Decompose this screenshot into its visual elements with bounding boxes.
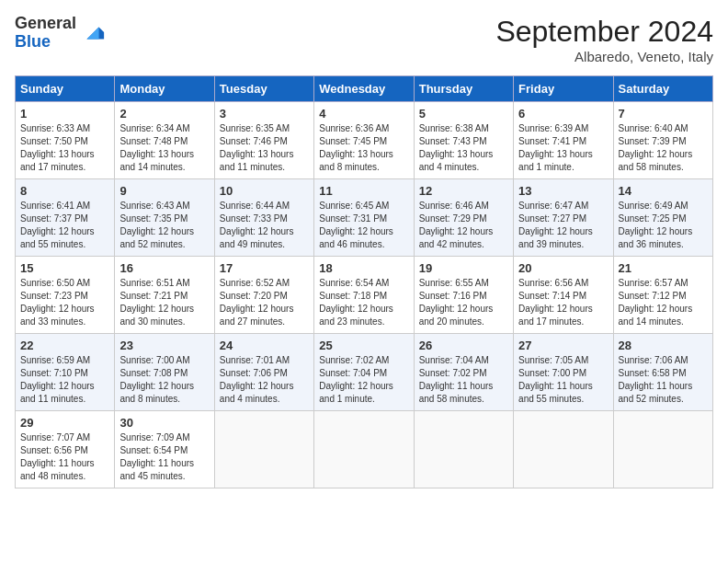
weekday-header-saturday: Saturday <box>613 76 712 102</box>
day-number: 1 <box>20 107 109 121</box>
weekday-header-tuesday: Tuesday <box>214 76 313 102</box>
cell-content: Sunrise: 6:35 AMSunset: 7:46 PMDaylight:… <box>220 122 309 174</box>
calendar-cell: 18Sunrise: 6:54 AMSunset: 7:18 PMDayligh… <box>314 257 414 334</box>
cell-content: Sunrise: 6:51 AMSunset: 7:21 PMDaylight:… <box>119 277 209 328</box>
calendar-cell <box>414 411 513 488</box>
cell-content: Sunrise: 6:56 AMSunset: 7:14 PMDaylight:… <box>518 277 608 328</box>
day-number: 23 <box>119 339 209 352</box>
calendar-cell: 6Sunrise: 6:39 AMSunset: 7:41 PMDaylight… <box>514 102 613 179</box>
cell-content: Sunrise: 7:00 AMSunset: 7:08 PMDaylight:… <box>119 354 209 406</box>
cell-content: Sunrise: 6:59 AMSunset: 7:10 PMDaylight:… <box>20 354 109 406</box>
calendar-cell: 29Sunrise: 7:07 AMSunset: 6:56 PMDayligh… <box>16 411 115 488</box>
day-number: 11 <box>319 184 408 198</box>
calendar-cell: 12Sunrise: 6:46 AMSunset: 7:29 PMDayligh… <box>414 179 513 257</box>
cell-content: Sunrise: 6:54 AMSunset: 7:18 PMDaylight:… <box>319 277 408 328</box>
day-number: 22 <box>20 339 109 352</box>
calendar-cell: 21Sunrise: 6:57 AMSunset: 7:12 PMDayligh… <box>613 257 712 334</box>
day-number: 6 <box>518 107 608 121</box>
logo-general-text: General <box>15 15 76 33</box>
day-number: 9 <box>119 184 209 198</box>
calendar-cell: 28Sunrise: 7:06 AMSunset: 6:58 PMDayligh… <box>613 334 712 411</box>
calendar-cell <box>514 411 613 488</box>
cell-content: Sunrise: 7:06 AMSunset: 6:58 PMDaylight:… <box>619 354 708 406</box>
cell-content: Sunrise: 6:50 AMSunset: 7:23 PMDaylight:… <box>20 277 109 328</box>
logo-blue-text: Blue <box>15 33 76 52</box>
cell-content: Sunrise: 6:46 AMSunset: 7:29 PMDaylight:… <box>419 200 508 251</box>
weekday-header-friday: Friday <box>514 76 613 102</box>
cell-content: Sunrise: 6:49 AMSunset: 7:25 PMDaylight:… <box>619 200 708 251</box>
page-header: General Blue September 2024 Albaredo, Ve… <box>15 15 713 64</box>
day-number: 24 <box>220 339 309 352</box>
day-number: 30 <box>119 416 209 430</box>
calendar-cell: 9Sunrise: 6:43 AMSunset: 7:35 PMDaylight… <box>115 179 214 257</box>
day-number: 20 <box>518 261 608 275</box>
weekday-header-thursday: Thursday <box>414 76 513 102</box>
calendar-cell: 15Sunrise: 6:50 AMSunset: 7:23 PMDayligh… <box>16 257 115 334</box>
calendar-table: SundayMondayTuesdayWednesdayThursdayFrid… <box>15 75 713 488</box>
svg-marker-1 <box>87 27 99 39</box>
calendar-cell: 25Sunrise: 7:02 AMSunset: 7:04 PMDayligh… <box>314 334 414 411</box>
weekday-header-sunday: Sunday <box>16 76 115 102</box>
title-block: September 2024 Albaredo, Veneto, Italy <box>495 15 713 64</box>
day-number: 12 <box>419 184 508 198</box>
day-number: 14 <box>619 184 708 198</box>
calendar-cell: 3Sunrise: 6:35 AMSunset: 7:46 PMDaylight… <box>214 102 313 179</box>
cell-content: Sunrise: 6:55 AMSunset: 7:16 PMDaylight:… <box>419 277 508 328</box>
calendar-cell: 8Sunrise: 6:41 AMSunset: 7:37 PMDaylight… <box>16 179 115 257</box>
calendar-cell: 30Sunrise: 7:09 AMSunset: 6:54 PMDayligh… <box>115 411 214 488</box>
calendar-cell: 16Sunrise: 6:51 AMSunset: 7:21 PMDayligh… <box>115 257 214 334</box>
weekday-header-row: SundayMondayTuesdayWednesdayThursdayFrid… <box>16 76 713 102</box>
month-title: September 2024 <box>495 15 713 49</box>
calendar-cell: 11Sunrise: 6:45 AMSunset: 7:31 PMDayligh… <box>314 179 414 257</box>
weekday-header-wednesday: Wednesday <box>314 76 414 102</box>
day-number: 18 <box>319 261 408 275</box>
calendar-cell: 14Sunrise: 6:49 AMSunset: 7:25 PMDayligh… <box>613 179 712 257</box>
cell-content: Sunrise: 7:05 AMSunset: 7:00 PMDaylight:… <box>518 354 608 406</box>
calendar-cell: 22Sunrise: 6:59 AMSunset: 7:10 PMDayligh… <box>16 334 115 411</box>
calendar-cell: 19Sunrise: 6:55 AMSunset: 7:16 PMDayligh… <box>414 257 513 334</box>
cell-content: Sunrise: 7:01 AMSunset: 7:06 PMDaylight:… <box>220 354 309 406</box>
day-number: 8 <box>20 184 109 198</box>
logo-icon <box>80 20 106 46</box>
calendar-cell: 7Sunrise: 6:40 AMSunset: 7:39 PMDaylight… <box>613 102 712 179</box>
day-number: 15 <box>20 261 109 275</box>
day-number: 16 <box>119 261 209 275</box>
cell-content: Sunrise: 6:52 AMSunset: 7:20 PMDaylight:… <box>220 277 309 328</box>
calendar-cell <box>314 411 414 488</box>
day-number: 29 <box>20 416 109 430</box>
calendar-cell <box>214 411 313 488</box>
calendar-cell <box>613 411 712 488</box>
cell-content: Sunrise: 6:40 AMSunset: 7:39 PMDaylight:… <box>619 122 708 174</box>
calendar-cell: 4Sunrise: 6:36 AMSunset: 7:45 PMDaylight… <box>314 102 414 179</box>
day-number: 27 <box>518 339 608 352</box>
cell-content: Sunrise: 7:07 AMSunset: 6:56 PMDaylight:… <box>20 431 109 483</box>
logo: General Blue <box>15 15 106 52</box>
day-number: 19 <box>419 261 508 275</box>
calendar-cell: 26Sunrise: 7:04 AMSunset: 7:02 PMDayligh… <box>414 334 513 411</box>
cell-content: Sunrise: 6:39 AMSunset: 7:41 PMDaylight:… <box>518 122 608 174</box>
day-number: 13 <box>518 184 608 198</box>
calendar-cell: 5Sunrise: 6:38 AMSunset: 7:43 PMDaylight… <box>414 102 513 179</box>
cell-content: Sunrise: 6:47 AMSunset: 7:27 PMDaylight:… <box>518 200 608 251</box>
day-number: 2 <box>119 107 209 121</box>
day-number: 26 <box>419 339 508 352</box>
day-number: 10 <box>220 184 309 198</box>
day-number: 28 <box>619 339 708 352</box>
day-number: 4 <box>319 107 408 121</box>
cell-content: Sunrise: 6:41 AMSunset: 7:37 PMDaylight:… <box>20 200 109 251</box>
cell-content: Sunrise: 7:09 AMSunset: 6:54 PMDaylight:… <box>119 431 209 483</box>
cell-content: Sunrise: 6:44 AMSunset: 7:33 PMDaylight:… <box>220 200 309 251</box>
calendar-cell: 23Sunrise: 7:00 AMSunset: 7:08 PMDayligh… <box>115 334 214 411</box>
location-title: Albaredo, Veneto, Italy <box>495 49 713 64</box>
day-number: 25 <box>319 339 408 352</box>
calendar-cell: 1Sunrise: 6:33 AMSunset: 7:50 PMDaylight… <box>16 102 115 179</box>
cell-content: Sunrise: 7:02 AMSunset: 7:04 PMDaylight:… <box>319 354 408 406</box>
week-row-3: 15Sunrise: 6:50 AMSunset: 7:23 PMDayligh… <box>16 257 713 334</box>
cell-content: Sunrise: 6:57 AMSunset: 7:12 PMDaylight:… <box>619 277 708 328</box>
cell-content: Sunrise: 6:45 AMSunset: 7:31 PMDaylight:… <box>319 200 408 251</box>
day-number: 17 <box>220 261 309 275</box>
calendar-cell: 2Sunrise: 6:34 AMSunset: 7:48 PMDaylight… <box>115 102 214 179</box>
calendar-cell: 17Sunrise: 6:52 AMSunset: 7:20 PMDayligh… <box>214 257 313 334</box>
day-number: 5 <box>419 107 508 121</box>
week-row-2: 8Sunrise: 6:41 AMSunset: 7:37 PMDaylight… <box>16 179 713 257</box>
